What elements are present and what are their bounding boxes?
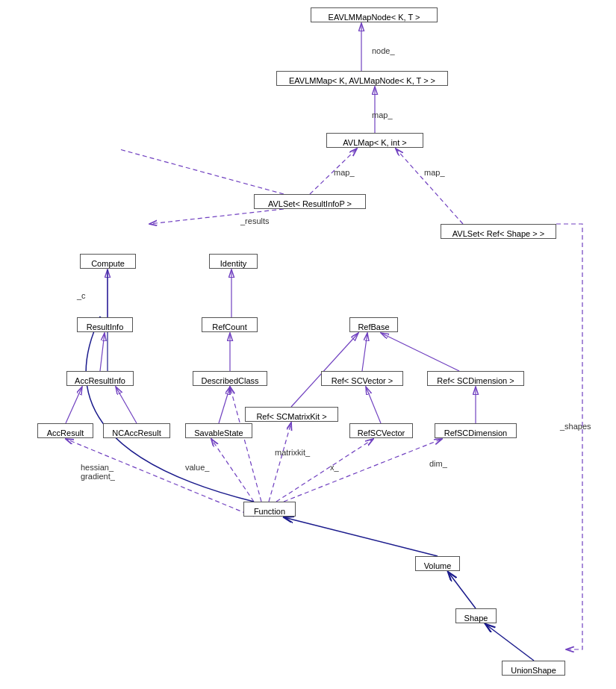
svg-line-15 xyxy=(291,333,358,407)
node-refscvector: RefSCVector xyxy=(349,423,413,438)
node-avlsetrefshape: AVLSet< Ref< Shape > > xyxy=(441,224,556,239)
class-diagram: EAVLMMapNode< K, T >EAVLMMap< K, AVLMapN… xyxy=(0,0,616,689)
edge-label: node_ xyxy=(372,46,395,55)
node-refscdimension: RefSCDimension xyxy=(435,423,517,438)
edge-label: dim_ xyxy=(429,459,447,468)
svg-line-10 xyxy=(66,387,82,423)
edge-label: value_ xyxy=(185,463,209,472)
node-accresult: AccResult xyxy=(37,423,93,438)
svg-line-17 xyxy=(230,387,261,502)
node-identity: Identity xyxy=(209,254,258,269)
svg-line-13 xyxy=(366,387,381,423)
svg-line-8 xyxy=(362,333,367,371)
node-refscmatrixkit_t: Ref< SCMatrixKit > xyxy=(245,407,338,422)
node-eavlmmap: EAVLMMap< K, AVLMapNode< K, T > > xyxy=(276,71,448,86)
edge-label: _c xyxy=(77,291,86,300)
node-describedclass: DescribedClass xyxy=(193,371,267,386)
svg-line-21 xyxy=(269,423,291,502)
node-function: Function xyxy=(243,502,296,517)
svg-line-12 xyxy=(219,387,230,423)
svg-line-9 xyxy=(381,333,459,371)
node-refbase: RefBase xyxy=(349,317,398,332)
edge-label: map_ xyxy=(334,168,355,177)
edge-label: hessian_ xyxy=(81,463,113,472)
node-unionshape: UnionShape xyxy=(502,661,565,676)
svg-line-11 xyxy=(116,387,137,423)
edge-label: gradient_ xyxy=(81,472,115,481)
svg-line-6 xyxy=(100,333,105,371)
edge-label: x_ xyxy=(330,463,339,472)
edge-label: map_ xyxy=(372,110,393,119)
node-refscdimension_t: Ref< SCDimension > xyxy=(427,371,524,386)
svg-line-25 xyxy=(119,149,284,194)
node-resultinfo: ResultInfo xyxy=(77,317,133,332)
node-eavlmmapnode: EAVLMMapNode< K, T > xyxy=(311,7,438,22)
node-savablestate: SavableState xyxy=(185,423,252,438)
svg-line-22 xyxy=(284,517,438,556)
node-shape: Shape xyxy=(455,608,497,623)
node-avlmap: AVLMap< K, int > xyxy=(326,133,423,148)
svg-line-24 xyxy=(485,624,534,661)
node-compute: Compute xyxy=(80,254,136,269)
edge-label: _shapes xyxy=(560,422,591,431)
edge-label: _results xyxy=(240,216,270,225)
node-refcount: RefCount xyxy=(202,317,258,332)
node-avlsetresultinfop: AVLSet< ResultInfoP > xyxy=(254,194,366,209)
edge-label: matrixkit_ xyxy=(275,448,310,457)
svg-line-23 xyxy=(448,572,476,608)
arrows-svg xyxy=(0,0,616,689)
node-refscvector_t: Ref< SCVector > xyxy=(321,371,403,386)
node-volume: Volume xyxy=(415,556,460,571)
svg-line-16 xyxy=(211,439,254,502)
edge-label: map_ xyxy=(424,168,445,177)
node-accresultinfo: AccResultInfo xyxy=(66,371,134,386)
svg-line-3 xyxy=(396,149,463,224)
node-ncaccresult: NCAccResult xyxy=(103,423,170,438)
